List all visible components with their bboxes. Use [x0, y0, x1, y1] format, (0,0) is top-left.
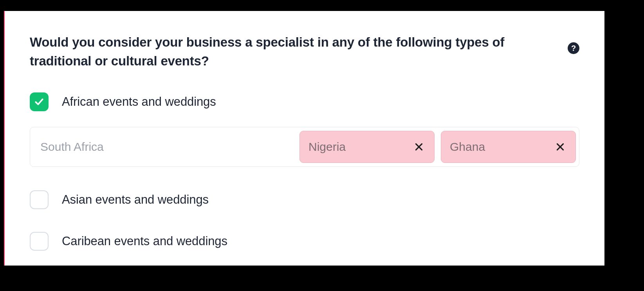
check-icon [34, 97, 44, 107]
country-search-input[interactable] [40, 130, 293, 164]
chip-ghana: Ghana [441, 131, 576, 163]
checkbox-asian[interactable] [30, 190, 49, 209]
option-label-caribean: Caribean events and weddings [62, 234, 227, 248]
chip-label-nigeria: Nigeria [308, 140, 346, 154]
chip-nigeria: Nigeria [299, 131, 435, 163]
option-label-african: African events and weddings [62, 95, 216, 109]
close-icon [555, 142, 565, 152]
checkbox-african[interactable] [30, 92, 49, 111]
chip-label-ghana: Ghana [450, 140, 485, 154]
question-text: Would you consider your business a speci… [30, 33, 507, 70]
question-row: Would you consider your business a speci… [30, 33, 579, 70]
country-tag-input[interactable]: Nigeria Ghana [30, 127, 579, 167]
option-caribean: Caribean events and weddings [30, 232, 579, 251]
chip-remove-nigeria[interactable] [413, 141, 425, 153]
checkbox-caribean[interactable] [30, 232, 49, 251]
option-african: African events and weddings [30, 92, 579, 111]
question-card: Would you consider your business a speci… [4, 11, 604, 266]
close-icon [414, 142, 424, 152]
option-asian: Asian events and weddings [30, 190, 579, 209]
option-label-asian: Asian events and weddings [62, 193, 209, 207]
help-icon[interactable]: ? [568, 42, 579, 54]
chip-remove-ghana[interactable] [554, 141, 566, 153]
help-glyph: ? [571, 44, 576, 53]
